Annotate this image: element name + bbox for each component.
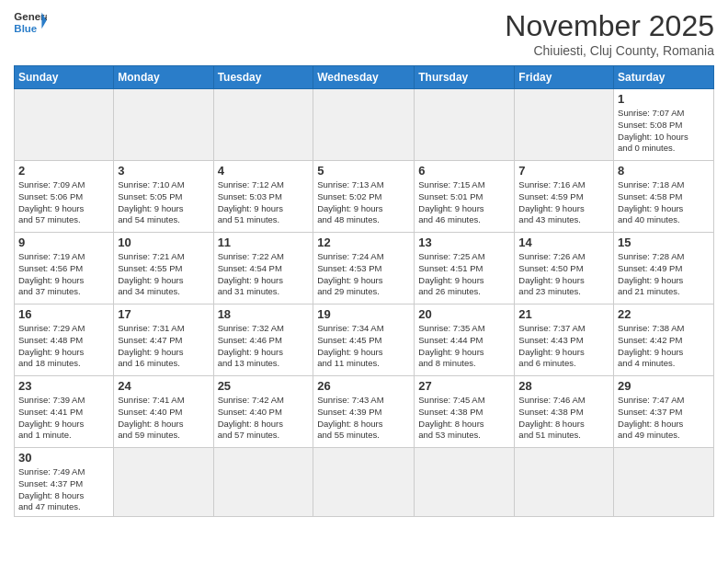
calendar-cell-w1-d4: 6Sunrise: 7:15 AM Sunset: 5:01 PM Daylig… <box>415 161 515 233</box>
calendar-week-4: 23Sunrise: 7:39 AM Sunset: 4:41 PM Dayli… <box>15 376 714 448</box>
day-number: 10 <box>118 236 209 249</box>
header-monday: Monday <box>114 66 213 89</box>
day-info: Sunrise: 7:12 AM Sunset: 5:03 PM Dayligh… <box>218 179 310 226</box>
day-number: 26 <box>317 379 410 393</box>
calendar-cell-w2-d4: 13Sunrise: 7:25 AM Sunset: 4:51 PM Dayli… <box>415 233 515 304</box>
calendar-cell-w5-d5 <box>515 448 614 517</box>
day-info: Sunrise: 7:10 AM Sunset: 5:05 PM Dayligh… <box>118 179 209 226</box>
day-number: 15 <box>618 236 710 249</box>
day-info: Sunrise: 7:39 AM Sunset: 4:41 PM Dayligh… <box>18 395 109 442</box>
calendar-cell-w0-d2 <box>213 89 313 161</box>
day-info: Sunrise: 7:26 AM Sunset: 4:50 PM Dayligh… <box>518 251 609 298</box>
calendar-cell-w5-d1 <box>114 448 213 517</box>
calendar-cell-w4-d3: 26Sunrise: 7:43 AM Sunset: 4:39 PM Dayli… <box>313 376 415 448</box>
calendar-cell-w5-d4 <box>415 448 515 517</box>
day-number: 29 <box>618 379 710 393</box>
header-tuesday: Tuesday <box>213 66 313 89</box>
day-info: Sunrise: 7:28 AM Sunset: 4:49 PM Dayligh… <box>618 251 710 298</box>
day-number: 7 <box>518 164 609 178</box>
day-info: Sunrise: 7:15 AM Sunset: 5:01 PM Dayligh… <box>418 179 510 226</box>
calendar-cell-w3-d6: 22Sunrise: 7:38 AM Sunset: 4:42 PM Dayli… <box>614 304 714 376</box>
day-number: 3 <box>118 164 209 178</box>
calendar-week-5: 30Sunrise: 7:49 AM Sunset: 4:37 PM Dayli… <box>15 448 714 517</box>
day-number: 18 <box>218 307 310 321</box>
day-info: Sunrise: 7:45 AM Sunset: 4:38 PM Dayligh… <box>418 395 510 442</box>
day-info: Sunrise: 7:13 AM Sunset: 5:02 PM Dayligh… <box>317 179 410 226</box>
title-area: November 2025 Chiuiesti, Cluj County, Ro… <box>505 9 714 58</box>
calendar-cell-w5-d0: 30Sunrise: 7:49 AM Sunset: 4:37 PM Dayli… <box>15 448 114 517</box>
header-friday: Friday <box>515 66 614 89</box>
calendar-cell-w1-d1: 3Sunrise: 7:10 AM Sunset: 5:05 PM Daylig… <box>114 161 213 233</box>
day-number: 8 <box>618 164 710 178</box>
calendar-cell-w1-d0: 2Sunrise: 7:09 AM Sunset: 5:06 PM Daylig… <box>15 161 114 233</box>
day-info: Sunrise: 7:46 AM Sunset: 4:38 PM Dayligh… <box>518 395 609 442</box>
calendar-cell-w2-d6: 15Sunrise: 7:28 AM Sunset: 4:49 PM Dayli… <box>614 233 714 304</box>
day-info: Sunrise: 7:07 AM Sunset: 5:08 PM Dayligh… <box>618 108 710 155</box>
day-number: 12 <box>317 236 410 249</box>
day-number: 16 <box>18 307 109 321</box>
day-number: 21 <box>518 307 609 321</box>
calendar-cell-w0-d3 <box>313 89 415 161</box>
header: General Blue November 2025 Chiuiesti, Cl… <box>14 9 714 58</box>
page: General Blue November 2025 Chiuiesti, Cl… <box>0 0 728 563</box>
calendar-cell-w0-d0 <box>15 89 114 161</box>
calendar-cell-w2-d2: 11Sunrise: 7:22 AM Sunset: 4:54 PM Dayli… <box>213 233 313 304</box>
day-number: 11 <box>218 236 310 249</box>
day-number: 9 <box>18 236 109 249</box>
calendar-cell-w2-d5: 14Sunrise: 7:26 AM Sunset: 4:50 PM Dayli… <box>515 233 614 304</box>
header-thursday: Thursday <box>415 66 515 89</box>
calendar-cell-w2-d3: 12Sunrise: 7:24 AM Sunset: 4:53 PM Dayli… <box>313 233 415 304</box>
day-info: Sunrise: 7:38 AM Sunset: 4:42 PM Dayligh… <box>618 323 710 370</box>
calendar-cell-w5-d2 <box>213 448 313 517</box>
day-info: Sunrise: 7:22 AM Sunset: 4:54 PM Dayligh… <box>218 251 310 298</box>
calendar-header-row: Sunday Monday Tuesday Wednesday Thursday… <box>15 66 714 89</box>
calendar-cell-w3-d5: 21Sunrise: 7:37 AM Sunset: 4:43 PM Dayli… <box>515 304 614 376</box>
day-info: Sunrise: 7:16 AM Sunset: 4:59 PM Dayligh… <box>518 179 609 226</box>
day-number: 23 <box>18 379 109 393</box>
calendar-week-3: 16Sunrise: 7:29 AM Sunset: 4:48 PM Dayli… <box>15 304 714 376</box>
generalblue-logo-icon: General Blue <box>14 9 47 37</box>
calendar-cell-w2-d1: 10Sunrise: 7:21 AM Sunset: 4:55 PM Dayli… <box>114 233 213 304</box>
month-title: November 2025 <box>505 9 714 43</box>
calendar-week-0: 1Sunrise: 7:07 AM Sunset: 5:08 PM Daylig… <box>15 89 714 161</box>
calendar-cell-w1-d5: 7Sunrise: 7:16 AM Sunset: 4:59 PM Daylig… <box>515 161 614 233</box>
calendar-cell-w0-d4 <box>415 89 515 161</box>
calendar-cell-w3-d0: 16Sunrise: 7:29 AM Sunset: 4:48 PM Dayli… <box>15 304 114 376</box>
calendar-cell-w3-d1: 17Sunrise: 7:31 AM Sunset: 4:47 PM Dayli… <box>114 304 213 376</box>
header-wednesday: Wednesday <box>313 66 415 89</box>
calendar-cell-w1-d3: 5Sunrise: 7:13 AM Sunset: 5:02 PM Daylig… <box>313 161 415 233</box>
calendar-cell-w1-d2: 4Sunrise: 7:12 AM Sunset: 5:03 PM Daylig… <box>213 161 313 233</box>
calendar-cell-w3-d3: 19Sunrise: 7:34 AM Sunset: 4:45 PM Dayli… <box>313 304 415 376</box>
day-info: Sunrise: 7:35 AM Sunset: 4:44 PM Dayligh… <box>418 323 510 370</box>
calendar-cell-w3-d2: 18Sunrise: 7:32 AM Sunset: 4:46 PM Dayli… <box>213 304 313 376</box>
day-number: 19 <box>317 307 410 321</box>
calendar-cell-w0-d5 <box>515 89 614 161</box>
calendar-cell-w4-d1: 24Sunrise: 7:41 AM Sunset: 4:40 PM Dayli… <box>114 376 213 448</box>
day-number: 5 <box>317 164 410 178</box>
calendar-cell-w4-d2: 25Sunrise: 7:42 AM Sunset: 4:40 PM Dayli… <box>213 376 313 448</box>
day-info: Sunrise: 7:43 AM Sunset: 4:39 PM Dayligh… <box>317 395 410 442</box>
day-number: 22 <box>618 307 710 321</box>
calendar-cell-w5-d3 <box>313 448 415 517</box>
day-number: 17 <box>118 307 209 321</box>
day-number: 1 <box>618 92 710 106</box>
day-number: 13 <box>418 236 510 249</box>
day-info: Sunrise: 7:47 AM Sunset: 4:37 PM Dayligh… <box>618 395 710 442</box>
calendar-cell-w4-d4: 27Sunrise: 7:45 AM Sunset: 4:38 PM Dayli… <box>415 376 515 448</box>
day-info: Sunrise: 7:32 AM Sunset: 4:46 PM Dayligh… <box>218 323 310 370</box>
day-info: Sunrise: 7:29 AM Sunset: 4:48 PM Dayligh… <box>18 323 109 370</box>
day-number: 24 <box>118 379 209 393</box>
logo: General Blue <box>14 9 47 37</box>
header-sunday: Sunday <box>15 66 114 89</box>
day-info: Sunrise: 7:24 AM Sunset: 4:53 PM Dayligh… <box>317 251 410 298</box>
day-info: Sunrise: 7:21 AM Sunset: 4:55 PM Dayligh… <box>118 251 209 298</box>
day-info: Sunrise: 7:41 AM Sunset: 4:40 PM Dayligh… <box>118 395 209 442</box>
day-info: Sunrise: 7:49 AM Sunset: 4:37 PM Dayligh… <box>18 466 109 513</box>
calendar-cell-w5-d6 <box>614 448 714 517</box>
day-number: 30 <box>18 451 109 465</box>
calendar-cell-w0-d6: 1Sunrise: 7:07 AM Sunset: 5:08 PM Daylig… <box>614 89 714 161</box>
day-number: 25 <box>218 379 310 393</box>
calendar-table: Sunday Monday Tuesday Wednesday Thursday… <box>14 65 714 517</box>
day-info: Sunrise: 7:18 AM Sunset: 4:58 PM Dayligh… <box>618 179 710 226</box>
header-saturday: Saturday <box>614 66 714 89</box>
